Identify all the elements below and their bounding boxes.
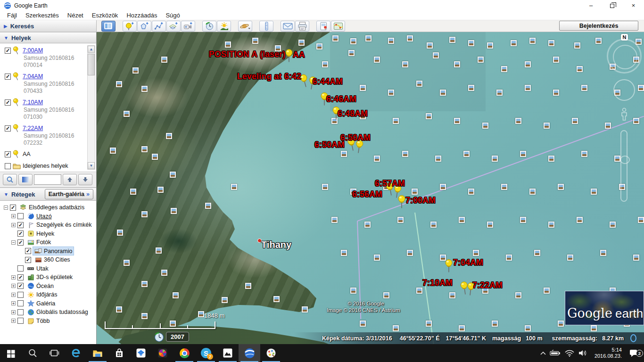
panoramio-photo-icon[interactable] xyxy=(350,38,356,44)
panoramio-photo-icon[interactable] xyxy=(350,288,356,294)
scroll-thumb[interactable] xyxy=(88,54,95,75)
taskbar-google-earth-icon[interactable] xyxy=(239,344,260,362)
taskbar-edge-icon[interactable] xyxy=(65,344,87,362)
layer-label[interactable]: Utazó xyxy=(36,213,52,220)
panoramio-photo-icon[interactable] xyxy=(487,42,493,49)
panoramio-photo-icon[interactable] xyxy=(173,292,179,298)
planets-button[interactable] xyxy=(238,21,252,32)
taskbar-file-explorer-icon[interactable] xyxy=(87,344,108,362)
panoramio-photo-icon[interactable] xyxy=(525,325,531,331)
layer-item-buildings[interactable]: +3D-s épületek xyxy=(2,273,95,282)
panoramio-photo-icon[interactable] xyxy=(501,184,507,190)
menu-item-1[interactable]: Szerkesztés xyxy=(21,11,63,19)
wifi-icon[interactable] xyxy=(564,349,575,357)
panoramio-photo-icon[interactable] xyxy=(141,313,148,319)
tray-chevron-icon[interactable] xyxy=(540,351,546,355)
layer-checkbox[interactable] xyxy=(10,205,16,211)
compass-rotate-control[interactable] xyxy=(607,39,642,74)
panoramio-photo-icon[interactable] xyxy=(393,325,399,331)
layer-item-roads[interactable]: Utak xyxy=(2,264,95,273)
panoramio-photo-icon[interactable] xyxy=(141,281,148,287)
tree-expand-icon[interactable]: + xyxy=(11,275,16,280)
panoramio-photo-icon[interactable] xyxy=(544,123,550,129)
panoramio-photo-icon[interactable] xyxy=(638,85,644,91)
panoramio-photo-icon[interactable] xyxy=(506,255,512,261)
panoramio-photo-icon[interactable] xyxy=(157,187,164,193)
panoramio-photo-icon[interactable] xyxy=(397,217,404,223)
places-scrollbar[interactable]: ▲▼ xyxy=(87,45,95,170)
historical-imagery-button[interactable] xyxy=(202,21,216,32)
tree-collapse-icon[interactable]: − xyxy=(11,240,16,245)
layer-label[interactable]: Helyek xyxy=(36,230,54,237)
move-down-button[interactable] xyxy=(78,174,92,185)
scroll-down-button[interactable]: ▼ xyxy=(88,162,95,169)
panoramio-photo-icon[interactable] xyxy=(468,189,474,195)
panoramio-photo-icon[interactable] xyxy=(374,156,380,162)
panoramio-photo-icon[interactable] xyxy=(454,118,460,124)
zoom-slider[interactable] xyxy=(620,130,627,202)
menu-item-4[interactable]: Hozzáadás xyxy=(122,11,161,19)
panoramio-photo-icon[interactable] xyxy=(591,189,597,195)
layer-item-photos[interactable]: −Fotók xyxy=(2,238,95,247)
record-tour-button[interactable] xyxy=(181,21,195,32)
panoramio-photo-icon[interactable] xyxy=(132,67,139,74)
panoramio-photo-icon[interactable] xyxy=(574,42,580,49)
panoramio-photo-icon[interactable] xyxy=(231,184,237,190)
panoramio-photo-icon[interactable] xyxy=(501,66,507,72)
panoramio-photo-icon[interactable] xyxy=(360,321,366,327)
place-checkbox[interactable] xyxy=(5,151,11,157)
places-filter-input[interactable] xyxy=(34,174,61,185)
place-label[interactable]: AA xyxy=(23,151,31,157)
layer-item-ocean[interactable]: +Óceán xyxy=(2,282,95,291)
panoramio-photo-icon[interactable] xyxy=(198,311,204,317)
panoramio-photo-icon[interactable] xyxy=(463,151,470,157)
add-placemark-button[interactable] xyxy=(123,21,137,32)
panoramio-photo-icon[interactable] xyxy=(166,133,172,139)
battery-icon[interactable] xyxy=(550,350,561,356)
search-panel-header[interactable]: ▶ Keresés xyxy=(0,20,97,32)
volume-icon[interactable] xyxy=(578,349,588,357)
panoramio-photo-icon[interactable] xyxy=(407,35,413,41)
layer-item-voyager[interactable]: +Utazó xyxy=(2,212,95,221)
panoramio-photo-icon[interactable] xyxy=(525,61,531,67)
place-label[interactable]: 7:04AM xyxy=(23,73,43,80)
panoramio-photo-icon[interactable] xyxy=(407,250,413,256)
panoramio-photo-icon[interactable] xyxy=(383,292,389,298)
panoramio-photo-icon[interactable] xyxy=(412,189,418,195)
panoramio-photo-icon[interactable] xyxy=(610,222,616,228)
panoramio-photo-icon[interactable] xyxy=(332,35,339,41)
panoramio-photo-icon[interactable] xyxy=(558,321,564,327)
taskbar-task-view-icon[interactable] xyxy=(43,344,65,362)
panoramio-photo-icon[interactable] xyxy=(633,118,639,124)
panoramio-photo-icon[interactable] xyxy=(322,61,328,67)
panoramio-photo-icon[interactable] xyxy=(534,250,540,256)
place-label[interactable]: 7:22AM xyxy=(23,125,43,132)
taskbar-dropbox-icon[interactable] xyxy=(130,344,152,362)
place-label[interactable]: 7:00AM xyxy=(23,47,43,54)
panoramio-photo-icon[interactable] xyxy=(222,297,228,303)
layer-checkbox[interactable] xyxy=(17,309,24,315)
layer-item-more[interactable]: +Több xyxy=(2,317,95,326)
panoramio-photo-icon[interactable] xyxy=(515,292,521,298)
layer-checkbox[interactable] xyxy=(17,283,24,289)
panoramio-photo-icon[interactable] xyxy=(567,255,573,261)
tree-collapse-icon[interactable]: − xyxy=(4,206,8,210)
taskbar-start-button[interactable] xyxy=(0,344,22,362)
pegman-icon[interactable] xyxy=(620,107,628,123)
place-checkbox[interactable] xyxy=(5,74,11,80)
panoramio-photo-icon[interactable] xyxy=(449,37,455,43)
menu-item-3[interactable]: Eszközök xyxy=(88,11,123,19)
panoramio-photo-icon[interactable] xyxy=(141,146,148,152)
panoramio-photo-icon[interactable] xyxy=(298,40,305,46)
place-checkbox[interactable] xyxy=(5,99,11,106)
panoramio-photo-icon[interactable] xyxy=(511,40,517,46)
layer-checkbox[interactable] xyxy=(17,230,24,237)
layer-checkbox[interactable] xyxy=(17,318,24,324)
layer-checkbox[interactable] xyxy=(25,248,31,254)
layer-item-borders[interactable]: +Szegélyek és címkék xyxy=(2,221,95,230)
layer-item-global-awareness[interactable]: +Globális tudatosság xyxy=(2,308,95,317)
panoramio-photo-icon[interactable] xyxy=(316,43,322,49)
panoramio-photo-icon[interactable] xyxy=(388,90,394,96)
pan-control[interactable] xyxy=(613,79,635,101)
panoramio-photo-icon[interactable] xyxy=(130,189,136,195)
